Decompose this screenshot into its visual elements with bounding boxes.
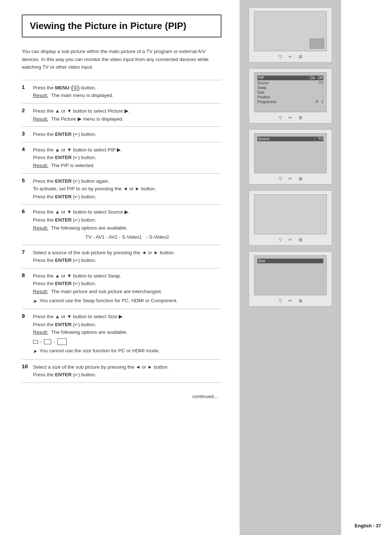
step-content: Select a size of the sub picture by pres… (33, 359, 221, 382)
keyword: ENTER (55, 217, 72, 223)
result-text: The PIP is selected. (51, 162, 95, 170)
steps-table: 1 Press the MENU (⊞) button. Result: The… (22, 80, 221, 383)
down-icon: ▽ (279, 298, 282, 303)
table-row: 8 Press the ▲ or ▼ button to select Swap… (22, 268, 221, 309)
enter-icon: ↵ (74, 179, 78, 184)
pip-inset-1 (310, 38, 324, 49)
down-icon: ▽ (279, 115, 282, 120)
step-number: 3 (22, 127, 33, 142)
pip-menu-pip: PIP: On Off (257, 76, 323, 80)
step-content: Press the ▲ or ▼ button to select Swap. … (33, 268, 221, 309)
pip-menu-swap: Swap: (257, 86, 323, 90)
tv-screen-1: ▽ ↵ ⊞ (249, 7, 332, 62)
nav-icon: ▲ (55, 314, 60, 319)
pip-menu-source: Source: TV (257, 81, 323, 85)
table-row: 4 Press the ▲ or ▼ button to select PIP … (22, 142, 221, 173)
table-row: 5 Press the ENTER (↵) button again. To a… (22, 173, 221, 204)
keyword: ENTER (55, 281, 72, 286)
enter-icon: ↵ (74, 155, 78, 160)
options-text: TV - AV1 - AV2 - S-Video1 - S-Video2 (33, 233, 221, 241)
right-panel: ▽ ↵ ⊞ PIP: On Off Source: TV Swap: Size: (240, 0, 341, 535)
enter-ctrl-icon: ↵ (289, 54, 292, 59)
nav-icon: ▼ (67, 314, 72, 319)
result-label: Result: (33, 224, 48, 232)
step-number: 7 (22, 245, 33, 268)
enter-icon: ↵ (74, 372, 78, 377)
nav-icon: ▲ (55, 108, 60, 114)
size-icon-large (57, 339, 67, 345)
enter-ctrl-icon: ↵ (289, 115, 292, 120)
result-text: The following options are available. (51, 328, 128, 336)
result-text: The main picture and sub picture are int… (51, 288, 162, 296)
page-title: Viewing the Picture in Picture (PIP) (30, 20, 213, 32)
nav-icon: ▶ (124, 108, 128, 114)
tv-controls-2: ▽ ↵ ⊞ (279, 115, 302, 120)
result-label: Result: (33, 92, 48, 100)
continued-text: continued... (22, 394, 221, 399)
menu-ctrl-icon: ⊞ (299, 298, 302, 303)
tv-controls-5: ▽ ↵ ⊞ (279, 298, 302, 303)
step-number: 8 (22, 268, 33, 309)
result-text: The main menu is displayed. (51, 92, 114, 100)
keyword: ENTER (55, 322, 72, 327)
table-row: 10 Select a size of the sub picture by p… (22, 359, 221, 382)
enter-icon: ↵ (74, 218, 78, 223)
tv-display-2: PIP: On Off Source: TV Swap: Size: Posit… (254, 72, 327, 112)
tv-display-5: Size: (254, 255, 327, 295)
nav-icon: ◄ (136, 364, 140, 370)
enter-icon: ↵ (74, 132, 78, 137)
keyword: ENTER (55, 194, 72, 199)
note-arrow: ➤ (33, 347, 37, 355)
size-icons: - - (33, 338, 221, 346)
step-content: Press the ▲ or ▼ button to select Pictur… (33, 103, 221, 126)
note-text: You cannot use the Swap function for PC,… (40, 297, 178, 305)
enter-icon: ↵ (74, 281, 78, 286)
tv-controls-3: ▽ ↵ ⊞ (279, 176, 302, 181)
step-number: 6 (22, 204, 33, 245)
down-icon: ▽ (279, 176, 282, 181)
note-arrow: ➤ (33, 297, 37, 305)
step-content: Press the ▲ or ▼ button to select PIP ▶.… (33, 142, 221, 173)
nav-icon: ▼ (67, 147, 72, 153)
menu-ctrl-icon: ⊞ (299, 115, 302, 120)
step-content: Press the ENTER (↵) button again. To act… (33, 173, 221, 204)
nav-icon: ► (154, 250, 158, 255)
size-menu-row: Size: (257, 259, 323, 263)
size-icon-medium (44, 339, 51, 344)
keyword: ENTER (55, 372, 72, 377)
step-content: Press the ENTER (↵) button. (33, 127, 221, 142)
result-label: Result: (33, 288, 48, 296)
keyword: ENTER (55, 155, 72, 160)
enter-ctrl-icon: ↵ (289, 176, 292, 181)
intro-text: You can display a sub picture within the… (22, 48, 221, 71)
keyword: MENU (55, 85, 69, 90)
menu-ctrl-icon: ⊞ (299, 237, 302, 242)
step-number: 4 (22, 142, 33, 173)
menu-ctrl-icon: ⊞ (299, 176, 302, 181)
page-footer: English - 37 (355, 523, 381, 528)
table-row: 6 Press the ▲ or ▼ button to select Sour… (22, 204, 221, 245)
nav-icon: ▼ (67, 273, 72, 279)
step-content: Press the ▲ or ▼ button to select Size ▶… (33, 309, 221, 360)
nav-icon: ▲ (55, 209, 60, 215)
pip-menu-position: Position: (257, 95, 323, 99)
step-content: Press the MENU (⊞) button. Result: The m… (33, 80, 221, 103)
enter-icon: ↵ (74, 194, 78, 199)
result-text: The following options are available. (51, 224, 128, 232)
tv-screen-2: PIP: On Off Source: TV Swap: Size: Posit… (249, 68, 332, 123)
step-number: 10 (22, 359, 33, 382)
table-row: 7 Select a source of the sub picture by … (22, 245, 221, 268)
tv-screen-5: Size: ▽ ↵ ⊞ (249, 251, 332, 307)
tv-display-1 (254, 11, 327, 51)
step-content: Select a source of the sub picture by pr… (33, 245, 221, 268)
result-label: Result: (33, 115, 48, 123)
nav-icon: ► (148, 364, 152, 370)
table-row: 9 Press the ▲ or ▼ button to select Size… (22, 309, 221, 360)
tv-controls-1: ▽ ↵ ⊞ (279, 54, 302, 59)
down-icon: ▽ (279, 237, 282, 242)
result-label: Result: (33, 162, 48, 170)
nav-icon: ◄ (142, 250, 146, 255)
pip-menu-size: Size: (257, 90, 323, 94)
pip-menu-programme: Programme: P 1 (257, 100, 323, 104)
step-content: Press the ▲ or ▼ button to select Source… (33, 204, 221, 245)
